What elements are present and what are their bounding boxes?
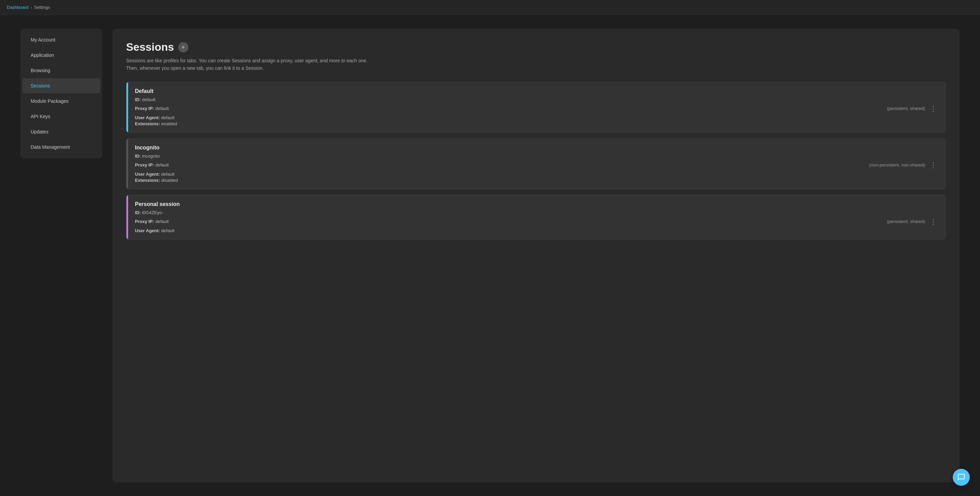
session-fields: ID: defaultProxy IP: default(persistent,… bbox=[135, 97, 939, 126]
session-body: Personal sessionID: l0G4ZEyo-Proxy IP: d… bbox=[128, 195, 946, 239]
session-meta-actions: (persistent, shared)⋮ bbox=[887, 103, 939, 114]
session-meta-actions: (persistent, shared)⋮ bbox=[887, 216, 939, 227]
session-fields: ID: incognitoProxy IP: default(non-persi… bbox=[135, 154, 939, 183]
page-header: Sessions + bbox=[126, 41, 946, 54]
breadcrumb-settings: Settings bbox=[34, 5, 50, 10]
sidebar: My Account Application Browsing Sessions… bbox=[21, 29, 102, 158]
chat-fab-button[interactable] bbox=[953, 469, 970, 486]
session-name: Incognito bbox=[135, 145, 939, 151]
session-field-extensions: Extensions: disabled bbox=[135, 178, 939, 183]
session-field-proxy: Proxy IP: default bbox=[135, 106, 169, 111]
session-body: IncognitoID: incognitoProxy IP: default(… bbox=[128, 139, 946, 189]
session-meta-tag: (non-persistent, non-shared) bbox=[869, 162, 925, 168]
session-field-id: ID: incognito bbox=[135, 154, 939, 158]
session-card: IncognitoID: incognitoProxy IP: default(… bbox=[126, 138, 946, 189]
session-field-id: ID: default bbox=[135, 97, 939, 102]
session-field-proxy: Proxy IP: default bbox=[135, 219, 169, 224]
main-layout: My Account Application Browsing Sessions… bbox=[0, 15, 980, 496]
topbar: Dashboard › Settings bbox=[0, 0, 980, 15]
breadcrumb-dashboard[interactable]: Dashboard bbox=[7, 5, 29, 10]
session-field-proxy: Proxy IP: default bbox=[135, 162, 169, 168]
session-proxy-row: Proxy IP: default(persistent, shared)⋮ bbox=[135, 216, 939, 227]
session-menu-button[interactable]: ⋮ bbox=[928, 216, 939, 227]
session-name: Default bbox=[135, 88, 939, 94]
session-meta-actions: (non-persistent, non-shared)⋮ bbox=[869, 160, 939, 171]
session-field-user-agent: User Agent: default bbox=[135, 171, 939, 177]
session-card: Personal sessionID: l0G4ZEyo-Proxy IP: d… bbox=[126, 195, 946, 240]
sidebar-item-api-keys[interactable]: API Keys bbox=[22, 109, 100, 124]
session-menu-button[interactable]: ⋮ bbox=[928, 103, 939, 114]
session-field-user-agent: User Agent: default bbox=[135, 115, 939, 120]
chat-icon bbox=[957, 473, 965, 481]
session-body: DefaultID: defaultProxy IP: default(pers… bbox=[128, 82, 946, 132]
session-name: Personal session bbox=[135, 201, 939, 207]
session-field-id: ID: l0G4ZEyo- bbox=[135, 210, 939, 215]
session-field-user-agent: User Agent: default bbox=[135, 228, 939, 233]
session-proxy-row: Proxy IP: default(persistent, shared)⋮ bbox=[135, 103, 939, 114]
sidebar-item-application[interactable]: Application bbox=[22, 48, 100, 63]
sidebar-item-my-account[interactable]: My Account bbox=[22, 32, 100, 47]
sidebar-item-sessions[interactable]: Sessions bbox=[22, 78, 100, 93]
sessions-list: DefaultID: defaultProxy IP: default(pers… bbox=[126, 82, 946, 240]
session-proxy-row: Proxy IP: default(non-persistent, non-sh… bbox=[135, 160, 939, 171]
session-menu-button[interactable]: ⋮ bbox=[928, 160, 939, 171]
sidebar-item-browsing[interactable]: Browsing bbox=[22, 63, 100, 78]
session-fields: ID: l0G4ZEyo-Proxy IP: default(persisten… bbox=[135, 210, 939, 233]
add-session-button[interactable]: + bbox=[178, 42, 188, 52]
page-title: Sessions bbox=[126, 41, 174, 54]
session-card: DefaultID: defaultProxy IP: default(pers… bbox=[126, 82, 946, 133]
main-content: Sessions + Sessions are like profiles fo… bbox=[113, 29, 959, 482]
page-description: Sessions are like profiles for tabs. You… bbox=[126, 57, 378, 72]
session-field-extensions: Extensions: enabled bbox=[135, 121, 939, 126]
breadcrumb-separator: › bbox=[31, 5, 32, 10]
sidebar-item-updates[interactable]: Updates bbox=[22, 124, 100, 139]
sidebar-item-module-packages[interactable]: Module Packages bbox=[22, 93, 100, 109]
session-meta-tag: (persistent, shared) bbox=[887, 219, 925, 224]
session-meta-tag: (persistent, shared) bbox=[887, 106, 925, 111]
sidebar-item-data-management[interactable]: Data Management bbox=[22, 139, 100, 155]
